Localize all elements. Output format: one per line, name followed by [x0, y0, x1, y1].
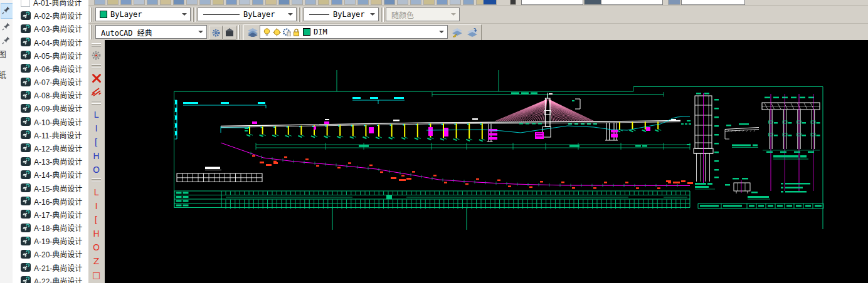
- toolbar-icon-stub[interactable]: [483, 0, 497, 5]
- toolbar-icon-stub[interactable]: [450, 0, 461, 5]
- section-tool-I[interactable]: I: [90, 121, 103, 135]
- sheet-list-item[interactable]: A-20-典尚设计: [13, 247, 88, 260]
- sheet-list-item[interactable]: A-02-典尚设计: [13, 9, 88, 22]
- settings-gear-tool[interactable]: [90, 49, 103, 62]
- sheet-list-item[interactable]: A-13-典尚设计: [13, 155, 88, 168]
- toolbar-icon-stub[interactable]: [510, 0, 516, 5]
- layer-freeze-sun-icon[interactable]: [273, 28, 281, 36]
- toolbar-icon-stub[interactable]: [134, 0, 145, 5]
- toolbar-icon-stub[interactable]: [437, 0, 448, 5]
- delete-x-tool[interactable]: [90, 71, 103, 85]
- sheet-list-item[interactable]: A-18-典尚设计: [13, 221, 88, 234]
- section-tool-[[interactable]: [: [90, 135, 103, 148]
- toolbar-icon-stub[interactable]: [186, 0, 198, 5]
- sheet-list-item[interactable]: A-08-典尚设计: [13, 88, 88, 101]
- toolbar-icon-stub[interactable]: [357, 0, 369, 5]
- match-lightning-tool[interactable]: [90, 85, 103, 98]
- sheet-list-item[interactable]: A-01-典尚设计: [13, 0, 88, 9]
- layer-vp-freeze-icon[interactable]: [283, 28, 291, 36]
- toolbar-combo-clipped[interactable]: [601, 0, 663, 5]
- toolbar-icon-stub[interactable]: [292, 0, 303, 5]
- pin-icon[interactable]: [2, 36, 11, 44]
- layer-lock-icon[interactable]: [293, 28, 300, 36]
- section-tool-Z[interactable]: Z: [90, 254, 103, 267]
- panel-tab-label[interactable]: 图纸: [0, 50, 8, 91]
- toolbar-icon-stub[interactable]: [384, 0, 395, 5]
- toolbar-icon-stub[interactable]: [584, 0, 601, 5]
- pin-icon[interactable]: [2, 22, 11, 31]
- toolbar-grip[interactable]: [238, 25, 243, 39]
- section-tool-[[interactable]: [: [90, 213, 103, 226]
- sheet-list-item[interactable]: A-14-典尚设计: [13, 168, 88, 181]
- toolbar-grip[interactable]: [92, 43, 101, 48]
- sheet-list-item[interactable]: A-04-典尚设计: [13, 36, 88, 49]
- lineweight-control[interactable]: ByLayer: [304, 8, 379, 21]
- layer-previous-button[interactable]: [465, 26, 479, 39]
- toolbar-icon-stub[interactable]: [423, 0, 435, 5]
- toolbar-grip[interactable]: [381, 8, 385, 22]
- toolbar-combo-clipped[interactable]: [681, 0, 745, 5]
- toolbar-icon-stub[interactable]: [107, 0, 119, 5]
- section-tool-H[interactable]: H: [90, 227, 103, 240]
- layer-on-bulb-icon[interactable]: [263, 28, 270, 36]
- linetype-control[interactable]: ByLayer: [198, 8, 297, 21]
- toolbar-icon-stub[interactable]: [120, 0, 132, 5]
- toolbar-grip[interactable]: [299, 8, 303, 22]
- make-object-layer-current-button[interactable]: [450, 26, 464, 39]
- sheet-list-item[interactable]: A-10-典尚设计: [13, 115, 88, 128]
- toolbar-icon-stub[interactable]: [265, 0, 277, 5]
- toolbar-icon-stub[interactable]: [94, 0, 105, 5]
- toolbar-icon-stub[interactable]: [331, 0, 342, 5]
- section-tool-H[interactable]: H: [90, 149, 103, 162]
- section-tool-L[interactable]: L: [90, 108, 103, 121]
- toolbar-icon-stub[interactable]: [668, 0, 680, 5]
- toolbar-grip[interactable]: [193, 8, 197, 22]
- toolbar-icon-stub[interactable]: [344, 0, 356, 5]
- toolbar-icon-stub[interactable]: [410, 0, 421, 5]
- sheet-list-item[interactable]: A-07-典尚设计: [13, 75, 88, 88]
- sheet-list-item[interactable]: A-11-典尚设计: [13, 128, 88, 142]
- toolbar-grip[interactable]: [90, 8, 95, 22]
- section-tool-L[interactable]: L: [90, 185, 103, 198]
- sheet-list-item[interactable]: A-12-典尚设计: [13, 142, 88, 155]
- drawing-canvas[interactable]: [105, 40, 868, 283]
- toolbar-icon-stub[interactable]: [213, 0, 224, 5]
- section-tool-I[interactable]: I: [90, 199, 103, 212]
- my-workspace-button[interactable]: [223, 26, 236, 39]
- toolbar-icon-stub[interactable]: [199, 0, 211, 5]
- color-control[interactable]: ByLayer: [95, 8, 191, 21]
- sheet-list-item[interactable]: A-05-典尚设计: [13, 49, 88, 62]
- layer-control[interactable]: DIM: [260, 25, 448, 39]
- section-tool-□[interactable]: □: [90, 268, 103, 281]
- sheet-list-item[interactable]: A-22-典尚设计: [13, 274, 88, 283]
- workspace-settings-button[interactable]: [209, 26, 223, 39]
- sheet-list-item[interactable]: A-16-典尚设计: [13, 195, 88, 208]
- section-tool-O[interactable]: O: [90, 240, 103, 254]
- toolbar-icon-stub[interactable]: [226, 0, 237, 5]
- toolbar-icon-stub[interactable]: [239, 0, 250, 5]
- toolbar-icon-stub[interactable]: [371, 0, 382, 5]
- toolbar-icon-stub[interactable]: [318, 0, 329, 5]
- layer-properties-button[interactable]: [246, 26, 260, 39]
- sheet-list-item[interactable]: A-15-典尚设计: [13, 182, 88, 195]
- pin-icon[interactable]: [2, 6, 11, 14]
- toolbar-combo-clipped[interactable]: [521, 0, 583, 5]
- toolbar-grip[interactable]: [92, 64, 101, 69]
- toolbar-icon-stub[interactable]: [173, 0, 184, 5]
- section-tool-O[interactable]: O: [90, 163, 103, 176]
- sheet-list-item[interactable]: A-03-典尚设计: [13, 22, 88, 35]
- sheet-list-item[interactable]: A-17-典尚设计: [13, 208, 88, 221]
- sheet-list-item[interactable]: A-21-典尚设计: [13, 261, 88, 274]
- toolbar-icon-stub[interactable]: [278, 0, 290, 5]
- toolbar-grip[interactable]: [90, 25, 95, 39]
- toolbar-icon-stub[interactable]: [397, 0, 408, 5]
- toolbar-icon-stub[interactable]: [463, 0, 474, 5]
- toolbar-icon-stub[interactable]: [305, 0, 316, 5]
- workspace-control[interactable]: AutoCAD 经典: [95, 25, 207, 39]
- sheet-list-item[interactable]: A-06-典尚设计: [13, 62, 88, 75]
- toolbar-icon-stub[interactable]: [147, 0, 158, 5]
- sheet-list-item[interactable]: A-19-典尚设计: [13, 234, 88, 247]
- toolbar-grip[interactable]: [92, 178, 101, 183]
- sheet-list-item[interactable]: A-09-典尚设计: [13, 101, 88, 115]
- toolbar-icon-stub[interactable]: [160, 0, 171, 5]
